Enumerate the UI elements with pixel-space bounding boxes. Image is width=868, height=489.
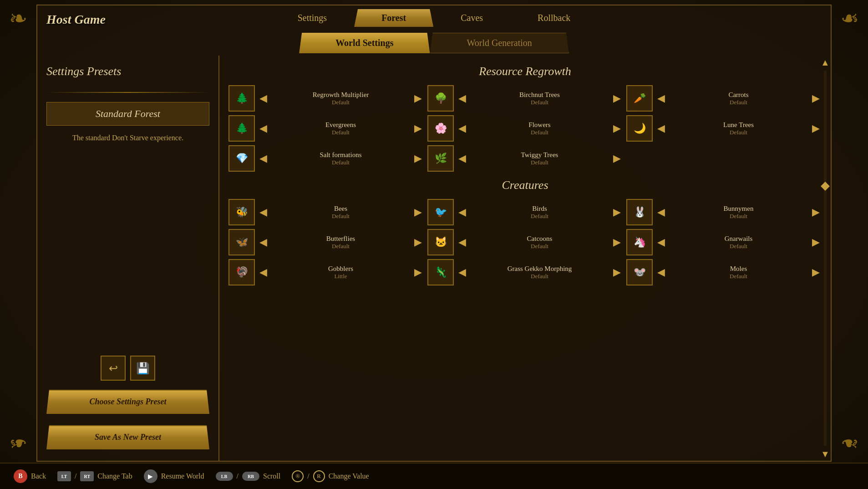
- subtab-bar: World Settings World Generation: [37, 33, 831, 53]
- setting-birds: 🐦 ◀ Birds Default ▶: [427, 199, 623, 225]
- scrollbar: ▲ ▼: [820, 56, 831, 461]
- butterflies-value: Default: [272, 243, 410, 250]
- rt-button[interactable]: RT: [80, 471, 94, 481]
- salt-formations-left[interactable]: ◀: [258, 151, 269, 166]
- regrowth-multiplier-icon: 🌲: [228, 85, 255, 112]
- lt-button[interactable]: LT: [57, 471, 71, 481]
- carrots-value: Default: [670, 99, 807, 106]
- carrots-left[interactable]: ◀: [655, 91, 667, 106]
- setting-birchnut-trees: 🌳 ◀ Birchnut Trees Default ▶: [427, 85, 623, 112]
- tab-settings[interactable]: Settings: [270, 9, 354, 27]
- evergreens-right[interactable]: ▶: [412, 121, 424, 136]
- setting-bunnymen: 🐰 ◀ Bunnymen Default ▶: [626, 199, 822, 225]
- moles-name: Moles: [670, 265, 807, 273]
- play-button[interactable]: ▶: [144, 469, 157, 483]
- save-icon-button[interactable]: 💾: [130, 356, 155, 381]
- corner-decoration-bl: ❧: [0, 425, 36, 462]
- lune-trees-left[interactable]: ◀: [655, 121, 667, 136]
- setting-evergreens: 🌲 ◀ Evergreens Default ▶: [228, 115, 424, 142]
- b-button[interactable]: B: [14, 469, 27, 483]
- tab-rollback[interactable]: Rollback: [510, 9, 598, 27]
- bees-right[interactable]: ▶: [412, 204, 424, 220]
- gnarwails-left[interactable]: ◀: [655, 234, 667, 250]
- birchnut-trees-value: Default: [471, 99, 609, 106]
- creatures-grid: 🐝 ◀ Bees Default ▶ 🐦 ◀ Birds Default: [228, 199, 822, 285]
- bunnymen-left[interactable]: ◀: [655, 204, 667, 220]
- setting-gobblers: 🦃 ◀ Gobblers Little ▶: [228, 259, 424, 285]
- scroll-thumb[interactable]: [821, 182, 830, 191]
- birds-left[interactable]: ◀: [457, 204, 468, 220]
- setting-moles: 🐭 ◀ Moles Default ▶: [626, 259, 822, 285]
- r-right-button[interactable]: R: [313, 470, 325, 482]
- gobblers-left[interactable]: ◀: [258, 265, 269, 280]
- salt-formations-right[interactable]: ▶: [412, 151, 424, 166]
- salt-formations-icon: 💎: [228, 145, 255, 172]
- corner-decoration-br: ❧: [832, 425, 868, 462]
- evergreens-name: Evergreens: [272, 121, 410, 129]
- butterflies-right[interactable]: ▶: [412, 234, 424, 250]
- gobblers-right[interactable]: ▶: [412, 265, 424, 280]
- bunnymen-icon: 🐰: [626, 199, 653, 225]
- moles-left[interactable]: ◀: [655, 265, 667, 280]
- hint-resume: ▶ Resume World: [144, 469, 204, 483]
- bunnymen-value: Default: [670, 213, 807, 220]
- flowers-left[interactable]: ◀: [457, 121, 468, 136]
- creatures-title: Creatures: [228, 178, 822, 192]
- twiggy-trees-right[interactable]: ▶: [611, 151, 623, 166]
- regrowth-multiplier-right[interactable]: ▶: [412, 91, 424, 106]
- birchnut-trees-left[interactable]: ◀: [457, 91, 468, 106]
- catcoons-left[interactable]: ◀: [457, 234, 468, 250]
- undo-icon: ↩: [109, 362, 118, 375]
- tab-caves[interactable]: Caves: [433, 9, 510, 27]
- separator-slash: /: [75, 472, 76, 480]
- flowers-right[interactable]: ▶: [611, 121, 623, 136]
- grass-gekko-left[interactable]: ◀: [457, 265, 468, 280]
- bees-name: Bees: [272, 205, 410, 213]
- birds-right[interactable]: ▶: [611, 204, 623, 220]
- setting-regrowth-multiplier: 🌲 ◀ Regrowth Multiplier Default ▶: [228, 85, 424, 112]
- regrowth-multiplier-value: Default: [272, 99, 410, 106]
- rb-button[interactable]: RB: [242, 472, 259, 481]
- separator-slash3: /: [307, 472, 309, 480]
- corner-decoration-tr: ❧: [832, 0, 868, 36]
- choose-preset-button[interactable]: Choose Settings Preset: [46, 390, 209, 414]
- save-icon: 💾: [136, 362, 150, 375]
- r-left-button[interactable]: ®: [292, 470, 304, 482]
- twiggy-trees-left[interactable]: ◀: [457, 151, 468, 166]
- setting-lune-trees: 🌙 ◀ Lune Trees Default ▶: [626, 115, 822, 142]
- evergreens-left[interactable]: ◀: [258, 121, 269, 136]
- hint-change-tab-label: Change Tab: [97, 472, 132, 480]
- gobblers-icon: 🦃: [228, 259, 255, 285]
- grass-gekko-right[interactable]: ▶: [611, 265, 623, 280]
- twiggy-trees-name: Twiggy Trees: [471, 151, 609, 159]
- bees-left[interactable]: ◀: [258, 204, 269, 220]
- lune-trees-icon: 🌙: [626, 115, 653, 142]
- scroll-down-arrow[interactable]: ▼: [821, 449, 830, 458]
- hint-change-value: ® / R Change Value: [292, 470, 369, 482]
- carrots-icon: 🥕: [626, 85, 653, 112]
- twiggy-trees-value: Default: [471, 159, 609, 166]
- setting-catcoons: 🐱 ◀ Catcoons Default ▶: [427, 229, 623, 255]
- subtab-world-generation[interactable]: World Generation: [430, 33, 569, 53]
- tab-forest[interactable]: Forest: [354, 9, 433, 27]
- setting-gnarwails: 🦄 ◀ Gnarwails Default ▶: [626, 229, 822, 255]
- scroll-up-arrow[interactable]: ▲: [821, 58, 830, 67]
- butterflies-icon: 🦋: [228, 229, 255, 255]
- hint-back: B Back: [14, 469, 46, 483]
- lb-button[interactable]: LB: [216, 472, 233, 481]
- salt-formations-name: Salt formations: [272, 151, 410, 159]
- preset-description: The standard Don't Starve experience.: [46, 132, 209, 143]
- gobblers-name: Gobblers: [272, 265, 410, 273]
- evergreens-value: Default: [272, 129, 410, 136]
- resource-regrowth-title: Resource Regrowth: [228, 65, 822, 78]
- subtab-world-settings[interactable]: World Settings: [299, 33, 430, 53]
- undo-button[interactable]: ↩: [101, 356, 126, 381]
- birchnut-trees-right[interactable]: ▶: [611, 91, 623, 106]
- resource-regrowth-grid: 🌲 ◀ Regrowth Multiplier Default ▶ 🌳 ◀ Bi…: [228, 85, 822, 172]
- butterflies-left[interactable]: ◀: [258, 234, 269, 250]
- regrowth-multiplier-left[interactable]: ◀: [258, 91, 269, 106]
- save-as-new-preset-button[interactable]: Save As New Preset: [46, 425, 209, 449]
- setting-salt-formations: 💎 ◀ Salt formations Default ▶: [228, 145, 424, 172]
- catcoons-right[interactable]: ▶: [611, 234, 623, 250]
- main-container: Host Game Settings Forest Caves Rollback…: [36, 5, 832, 462]
